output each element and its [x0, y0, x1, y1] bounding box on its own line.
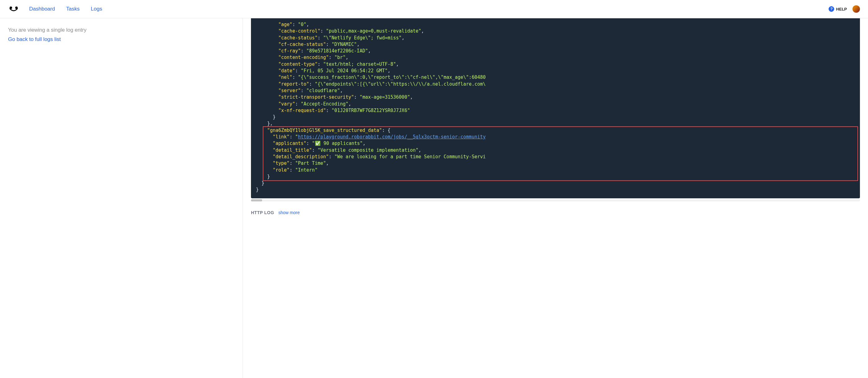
code-line: "detail_description": "We are looking fo… — [256, 154, 855, 160]
code-line: "content-encoding": "br", — [256, 54, 855, 61]
json-code-block[interactable]: "age": "0", "cache-control": "public,max… — [251, 18, 860, 198]
help-button[interactable]: ? HELP — [829, 6, 847, 12]
code-line: "vary": "Accept-Encoding", — [256, 101, 855, 107]
code-line: "cf-cache-status": "DYNAMIC", — [256, 41, 855, 48]
code-line: } — [256, 173, 855, 180]
code-line: "detail_title": "Versatile composite imp… — [256, 147, 855, 154]
rabbit-logo-svg — [8, 6, 19, 12]
right-panel: "age": "0", "cache-control": "public,max… — [243, 18, 868, 378]
code-line: "strict-transport-security": "max-age=31… — [256, 94, 855, 100]
nav-dashboard[interactable]: Dashboard — [29, 6, 55, 12]
left-panel: You are viewing a single log entry Go ba… — [0, 18, 243, 378]
code-line: "cache-status": "\"Netlify Edge\"; fwd=m… — [256, 35, 855, 41]
logo-icon[interactable] — [8, 5, 19, 13]
code-line: "link": "https://playground.roborabbit.c… — [256, 134, 855, 140]
code-line: "gna6ZmbQY1lobjGl5K_save_structured_data… — [256, 127, 855, 134]
nav-tasks[interactable]: Tasks — [66, 6, 80, 12]
show-more-link[interactable]: show more — [279, 210, 300, 215]
code-line: "cf-ray": "89e571814ef2206c-IAD", — [256, 48, 855, 54]
nav-logs[interactable]: Logs — [91, 6, 102, 12]
code-line: "server": "cloudflare", — [256, 88, 855, 94]
code-line: } — [256, 114, 855, 120]
avatar[interactable] — [852, 5, 860, 13]
code-line: "report-to": "{\"endpoints\":[{\"url\":\… — [256, 81, 855, 88]
help-icon: ? — [829, 6, 834, 12]
header-right: ? HELP — [829, 5, 860, 13]
code-line: "type": "Part Time", — [256, 160, 855, 167]
code-line: "role": "Intern" — [256, 167, 855, 173]
code-line: "cache-control": "public,max-age=0,must-… — [256, 28, 855, 34]
scrollbar-thumb[interactable] — [251, 199, 262, 201]
code-line: } — [256, 186, 855, 193]
back-to-logs-link[interactable]: Go back to full logs list — [8, 36, 61, 42]
code-line: "nel": "{\"success_fraction\":0,\"report… — [256, 74, 855, 81]
code-line: "x-nf-request-id": "01J20TRB7WF7G8Z12YSR… — [256, 107, 855, 114]
http-log-label: HTTP LOG — [251, 210, 274, 215]
single-entry-notice: You are viewing a single log entry — [8, 27, 235, 33]
code-line: "date": "Fri, 05 Jul 2024 06:54:22 GMT", — [256, 68, 855, 74]
horizontal-scrollbar[interactable] — [251, 199, 860, 201]
code-line: "age": "0", — [256, 22, 855, 28]
code-line: } — [256, 180, 855, 186]
code-line: "applicants": "✅ 90 applicants", — [256, 140, 855, 147]
header-bar: Dashboard Tasks Logs ? HELP — [0, 0, 868, 18]
http-log-section: HTTP LOG show more — [251, 210, 860, 215]
main-content: You are viewing a single log entry Go ba… — [0, 18, 868, 378]
help-label: HELP — [836, 7, 847, 11]
main-nav: Dashboard Tasks Logs — [29, 6, 102, 12]
code-line: }, — [256, 120, 855, 127]
code-line: "content-type": "text/html; charset=UTF-… — [256, 61, 855, 68]
